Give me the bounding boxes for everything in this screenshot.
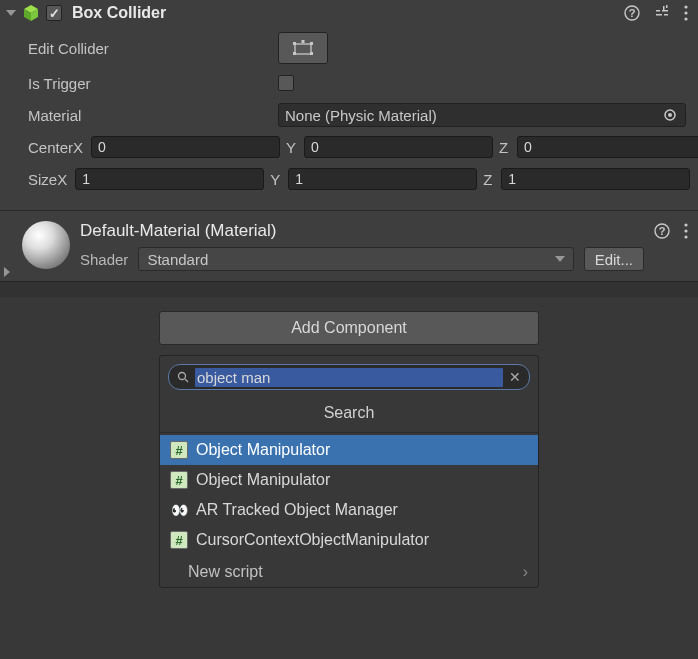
- popup-item-label: CursorContextObjectManipulator: [196, 531, 429, 549]
- center-y-field[interactable]: [304, 136, 493, 158]
- edit-collider-label: Edit Collider: [28, 40, 278, 57]
- shader-dropdown[interactable]: Standard: [138, 247, 573, 271]
- add-component-popup: object man ✕ Search #Object Manipulator#…: [159, 355, 539, 588]
- component-enabled-checkbox[interactable]: [46, 5, 62, 21]
- axis-z: Z: [483, 171, 497, 188]
- svg-rect-15: [293, 42, 296, 45]
- help-icon[interactable]: ?: [624, 5, 640, 21]
- svg-point-27: [179, 373, 186, 380]
- center-x-field[interactable]: [91, 136, 280, 158]
- popup-search-field[interactable]: object man ✕: [168, 364, 530, 390]
- material-label: Material: [28, 107, 278, 124]
- new-script-item[interactable]: New script ›: [160, 557, 538, 587]
- center-label: Center: [28, 139, 73, 156]
- svg-point-26: [684, 235, 687, 238]
- search-icon: [177, 371, 189, 383]
- popup-result-item[interactable]: 👀AR Tracked Object Manager: [160, 495, 538, 525]
- material-title: Default-Material (Material): [80, 221, 644, 241]
- box-collider-icon: [22, 4, 40, 22]
- add-component-area: Add Component object man ✕ Search #Objec…: [0, 297, 698, 588]
- svg-rect-16: [310, 42, 313, 45]
- object-picker-icon[interactable]: [661, 108, 679, 122]
- popup-item-label: AR Tracked Object Manager: [196, 501, 398, 519]
- help-icon[interactable]: ?: [654, 223, 670, 239]
- clear-search-icon[interactable]: ✕: [509, 369, 521, 385]
- svg-text:?: ?: [659, 225, 666, 237]
- svg-point-21: [668, 113, 672, 117]
- material-component: Default-Material (Material) Shader Stand…: [0, 210, 698, 281]
- popup-result-item[interactable]: #CursorContextObjectManipulator: [160, 525, 538, 555]
- svg-rect-8: [664, 14, 668, 16]
- edit-collider-button[interactable]: [278, 32, 328, 64]
- script-icon: #: [170, 471, 188, 489]
- svg-point-24: [684, 223, 687, 226]
- axis-y: Y: [270, 171, 284, 188]
- svg-rect-6: [662, 10, 668, 12]
- material-preview-sphere: [22, 221, 70, 269]
- kebab-menu-icon[interactable]: [684, 5, 688, 21]
- ar-icon: 👀: [170, 501, 188, 519]
- axis-y: Y: [286, 139, 300, 156]
- foldout-icon[interactable]: [4, 267, 10, 277]
- svg-point-25: [684, 229, 687, 232]
- svg-rect-18: [310, 52, 313, 55]
- is-trigger-label: Is Trigger: [28, 75, 278, 92]
- popup-title: Search: [160, 398, 538, 433]
- material-value: None (Physic Material): [285, 107, 661, 124]
- chevron-right-icon: ›: [523, 563, 528, 581]
- size-z-field[interactable]: [501, 168, 690, 190]
- foldout-icon[interactable]: [6, 10, 16, 16]
- svg-rect-14: [295, 44, 311, 54]
- preset-icon[interactable]: [654, 5, 670, 21]
- axis-x: X: [57, 171, 71, 188]
- chevron-down-icon: [555, 256, 565, 262]
- size-x-field[interactable]: [75, 168, 264, 190]
- svg-rect-17: [293, 52, 296, 55]
- popup-result-item[interactable]: #Object Manipulator: [160, 435, 538, 465]
- axis-z: Z: [499, 139, 513, 156]
- svg-rect-10: [666, 5, 668, 8]
- popup-result-item[interactable]: #Object Manipulator: [160, 465, 538, 495]
- size-label: Size: [28, 171, 57, 188]
- svg-rect-9: [663, 6, 665, 11]
- svg-point-13: [684, 17, 687, 20]
- shader-value: Standard: [147, 251, 208, 268]
- svg-rect-7: [656, 14, 662, 16]
- popup-results-list: #Object Manipulator#Object Manipulator👀A…: [160, 433, 538, 557]
- popup-item-label: Object Manipulator: [196, 441, 330, 459]
- script-icon: #: [170, 441, 188, 459]
- is-trigger-checkbox[interactable]: [278, 75, 294, 91]
- section-divider: [0, 281, 698, 297]
- search-input-text: object man: [195, 368, 503, 387]
- svg-line-28: [185, 379, 188, 382]
- center-z-field[interactable]: [517, 136, 698, 158]
- svg-rect-5: [656, 10, 660, 12]
- svg-point-11: [684, 5, 687, 8]
- component-title: Box Collider: [72, 4, 618, 22]
- material-object-field[interactable]: None (Physic Material): [278, 103, 686, 127]
- box-collider-component: Box Collider ? Edit Collider Is Trigger …: [0, 0, 698, 210]
- kebab-menu-icon[interactable]: [684, 223, 688, 239]
- add-component-button[interactable]: Add Component: [159, 311, 539, 345]
- shader-label: Shader: [80, 251, 128, 268]
- svg-point-12: [684, 11, 687, 14]
- svg-rect-19: [302, 40, 305, 43]
- svg-text:?: ?: [629, 7, 636, 19]
- axis-x: X: [73, 139, 87, 156]
- component-header: Box Collider ?: [0, 0, 698, 26]
- edit-shader-button[interactable]: Edit...: [584, 247, 644, 271]
- size-y-field[interactable]: [288, 168, 477, 190]
- script-icon: #: [170, 531, 188, 549]
- popup-item-label: Object Manipulator: [196, 471, 330, 489]
